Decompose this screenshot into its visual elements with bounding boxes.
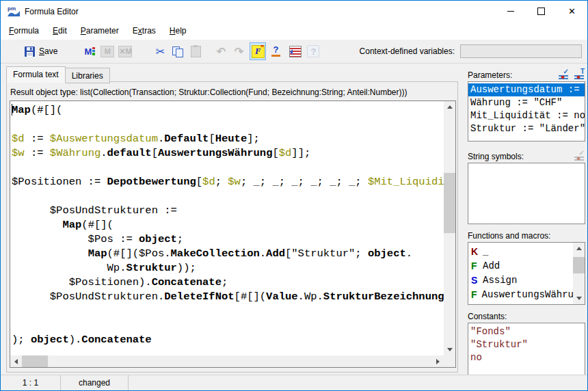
menu-parameter[interactable]: Parameter [74, 22, 126, 40]
parameter-item[interactable]: Struktur := "Länder" [468, 122, 585, 135]
insert-parameter-value-icon[interactable]: ✓ [558, 70, 570, 80]
maximize-button[interactable] [526, 1, 557, 22]
parameters-list[interactable]: Auswertungsdatum := Währung := "CHF"Mit_… [468, 81, 585, 141]
parameter-item[interactable]: Auswertungsdatum := [468, 83, 585, 96]
document-state-cell: changed [61, 375, 129, 390]
code-line: ); object).Concatenate [12, 333, 444, 347]
formula-text-pane: Result object type: list(Collection(Tran… [6, 81, 458, 373]
cut-button[interactable]: ✂ [152, 42, 168, 60]
scroll-down-button[interactable] [444, 344, 455, 355]
code-line: Map(#[]($Pos.MakeCollection.Add["Struktu… [12, 247, 444, 261]
macro-delete-icon-disabled: ✕M [118, 46, 132, 57]
scroll-up-button[interactable] [444, 101, 455, 113]
parameter-item[interactable]: Währung := "CHF" [468, 96, 585, 109]
code-line: Map(#[]( [12, 103, 444, 118]
paste-icon-disabled [191, 46, 201, 57]
menu-edit[interactable]: Edit [46, 22, 74, 40]
new-macro-button[interactable]: M [81, 42, 98, 60]
macro-add-dots [92, 47, 95, 55]
insert-parameter-text-icon[interactable]: T [574, 70, 585, 80]
editor-vertical-scrollbar[interactable] [444, 101, 455, 355]
code-line [12, 118, 444, 132]
context-variables-field[interactable] [460, 44, 582, 58]
copy-icon [172, 46, 184, 57]
menu-extras[interactable]: Extras [126, 22, 163, 40]
editor-horizontal-scrollbar[interactable] [10, 355, 444, 367]
constants-header: Constants: [468, 312, 585, 321]
f-quote-icon: F” [252, 45, 265, 58]
functions-list[interactable]: K_FAddSAssignFAuswertungsWährung [468, 242, 585, 305]
scroll-right-button[interactable] [432, 355, 444, 367]
constants-list[interactable]: "Fonds""Struktur"no [468, 323, 585, 382]
constants-label: Constants: [468, 312, 507, 321]
delete-macro-button[interactable]: ✕M [117, 42, 133, 60]
function-type-icon: S [471, 275, 478, 286]
horizontal-scroll-thumb[interactable] [22, 355, 48, 367]
cursor-position-cell: 1 : 1 [1, 375, 61, 390]
formula-editor-window: pm Formula Editor ✕ FormulaEditParameter… [0, 0, 588, 391]
undo-button[interactable]: ↶ [213, 42, 229, 60]
sidebar: Parameters: ✓ T Auswertungsdatum := Währ… [468, 70, 585, 382]
function-item[interactable]: FAuswertungsWährung [468, 287, 573, 301]
constant-item[interactable]: "Fonds" [468, 325, 585, 338]
code-line [12, 189, 444, 204]
vertical-scroll-thumb[interactable] [444, 173, 455, 233]
paste-button[interactable] [187, 42, 204, 60]
functions-scroll-up-button[interactable] [573, 243, 585, 254]
functions-header: Functions and macros: [468, 231, 585, 241]
code-line: $w := $Währung.default[AuswertungsWährun… [12, 146, 444, 161]
menu-bar: FormulaEditParameterExtrasHelp [1, 22, 587, 40]
save-button[interactable]: Save [20, 42, 62, 60]
code-area[interactable]: Map(#[]($d := $Auswertungsdatum.Default[… [10, 101, 444, 355]
question-stamp-icon: ? [271, 46, 280, 57]
edit-macro-button[interactable]: M [99, 42, 116, 60]
function-item[interactable]: SAssign [468, 273, 573, 287]
status-empty-cell [129, 375, 587, 390]
function-item[interactable]: FAdd [468, 258, 573, 273]
menu-formula[interactable]: Formula [2, 22, 46, 40]
functions-scroll-thumb[interactable] [573, 257, 585, 273]
string-symbols-list[interactable] [468, 163, 585, 224]
function-item[interactable]: K_ [468, 244, 573, 258]
constant-item[interactable]: no [468, 351, 585, 364]
minimize-icon [507, 11, 514, 12]
functions-label: Functions and macros: [468, 231, 550, 241]
undo-icon: ↶ [217, 45, 226, 58]
help-button[interactable]: ? [305, 42, 321, 60]
redo-button[interactable]: ↷ [230, 42, 247, 60]
string-symbols-toggle-button[interactable]: F” [250, 42, 266, 60]
window-controls: ✕ [495, 1, 587, 22]
function-type-icon: F [471, 289, 477, 300]
library-button[interactable] [287, 42, 304, 60]
app-icon: pm [7, 5, 21, 17]
menu-help[interactable]: Help [163, 22, 193, 40]
redo-icon: ↷ [235, 45, 243, 58]
maximize-icon [537, 8, 545, 15]
result-object-type: Result object type: list(Collection(Tran… [7, 82, 457, 100]
macro-add-icon: M [84, 46, 92, 57]
formula-code-editor[interactable]: Map(#[]($d := $Auswertungsdatum.Default[… [10, 100, 456, 368]
macro-icon-disabled: M [101, 46, 114, 57]
constant-item[interactable]: "Struktur" [468, 338, 585, 351]
code-line [12, 304, 444, 319]
minimize-button[interactable] [495, 1, 526, 22]
function-type-icon: K [471, 246, 478, 257]
code-line: $Positionen).Concatenate; [12, 275, 444, 290]
insert-string-symbol-icon-disabled[interactable]: ✓ [574, 151, 585, 161]
parameter-item[interactable]: Mit_Liquidität := no [468, 109, 585, 122]
title-bar: pm Formula Editor ✕ [1, 1, 587, 22]
copy-button[interactable] [170, 42, 186, 60]
close-button[interactable]: ✕ [557, 1, 587, 22]
functions-scrollbar[interactable] [573, 243, 585, 304]
check-formula-button[interactable]: ? [267, 42, 284, 60]
string-symbols-header: String symbols: ✓ [468, 151, 585, 161]
svg-text:pm: pm [8, 5, 16, 12]
tab-libraries[interactable]: Libraries [65, 68, 110, 83]
scroll-left-button[interactable] [10, 355, 22, 367]
functions-scroll-down-button[interactable] [573, 293, 585, 304]
code-line: $PosUndStrukturen := [12, 204, 444, 218]
function-name: _ [483, 246, 488, 257]
code-line: $Pos := object; [12, 232, 444, 247]
tab-formula-text[interactable]: Formula text [6, 66, 66, 83]
main-area: Formula textLibraries Result object type… [1, 64, 587, 375]
